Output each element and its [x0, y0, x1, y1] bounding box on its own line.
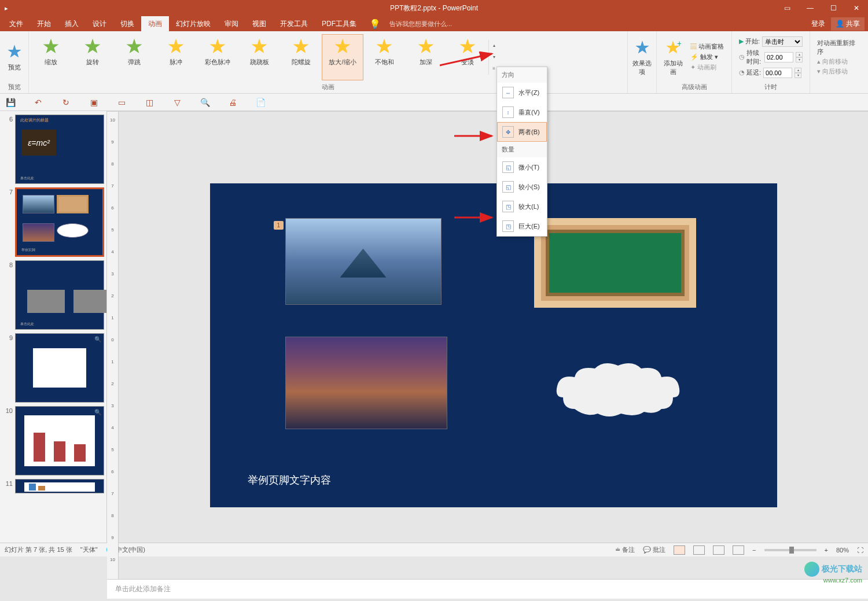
- ribbon: 预览 预览 缩放 旋转 弹跳 脉冲 彩色脉冲 跷跷板 陀螺旋 放大/缩小 不饱和…: [0, 31, 868, 94]
- window-controls: ▭ — ☐ ✕: [775, 0, 868, 16]
- tab-home[interactable]: 开始: [30, 16, 58, 31]
- anim-bounce[interactable]: 弹跳: [113, 34, 155, 80]
- minimize-icon[interactable]: —: [799, 0, 822, 16]
- qat-btn-9[interactable]: 🖨: [227, 97, 238, 108]
- group-label-advanced: 高级动画: [657, 83, 731, 93]
- tab-pdf[interactable]: PDF工具集: [315, 16, 363, 31]
- anim-spin2[interactable]: 陀螺旋: [280, 34, 322, 80]
- qat-btn-10[interactable]: 📄: [255, 97, 266, 108]
- window-title: PPT教程2.pptx - PowerPoint: [390, 3, 478, 13]
- watermark: 极光下载站 www.xz7.com: [804, 562, 862, 584]
- dropdown-section-amount: 数量: [497, 142, 547, 157]
- share-button[interactable]: 👤 共享: [831, 17, 865, 31]
- anim-growshrink[interactable]: 放大/缩小: [322, 34, 363, 80]
- slide-canvas[interactable]: 1 举例页脚文字内容: [210, 183, 777, 507]
- delay-input[interactable]: [763, 68, 792, 78]
- svg-line-1: [440, 54, 492, 65]
- slide-cloud-shape[interactable]: [551, 357, 685, 421]
- anim-pulse[interactable]: 脉冲: [155, 34, 197, 80]
- qat-btn-7[interactable]: ▽: [171, 97, 183, 108]
- anim-desat[interactable]: 不饱和: [363, 34, 405, 80]
- tab-view[interactable]: 视图: [245, 16, 273, 31]
- tab-insert[interactable]: 插入: [58, 16, 86, 31]
- close-icon[interactable]: ✕: [845, 0, 868, 16]
- effect-options-button[interactable]: 效果选项: [631, 34, 653, 80]
- anim-painter-button[interactable]: ✦ 动画刷: [690, 63, 724, 72]
- tellme-icon: 💡: [369, 19, 381, 30]
- save-icon[interactable]: 💾: [5, 97, 16, 108]
- undo-icon[interactable]: ↶: [32, 97, 44, 108]
- start-select[interactable]: 单击时: [762, 36, 803, 47]
- dropdown-tiny[interactable]: ◱微小(T): [497, 157, 547, 177]
- move-earlier-button[interactable]: ▴ 向前移动: [817, 57, 861, 66]
- dropdown-huge[interactable]: ◳巨大(E): [497, 216, 547, 236]
- duration-input[interactable]: [764, 52, 793, 62]
- tab-design[interactable]: 设计: [86, 16, 113, 31]
- titlebar: ▸ PPT教程2.pptx - PowerPoint ▭ — ☐ ✕: [0, 0, 868, 16]
- quick-access-toolbar: 💾 ↶ ↻ ▣ ▭ ◫ ▽ 🔍 🖨 📄: [0, 94, 868, 111]
- dropdown-larger[interactable]: ◳较大(L): [497, 197, 547, 216]
- annotation-arrow-1: [440, 51, 498, 68]
- thumb-7[interactable]: 7 举例页脚: [2, 187, 104, 257]
- maximize-icon[interactable]: ☐: [822, 0, 845, 16]
- tab-developer[interactable]: 开发工具: [273, 16, 315, 31]
- ruler-vertical: 10987654321012345678910: [107, 112, 119, 579]
- workspace: 6 此处调片的标题ε=mc²单击此处 7 举例页脚 8 单击此处 9 🔍: [0, 111, 868, 543]
- thumb-10[interactable]: 10 🔍: [2, 406, 104, 475]
- effect-options-dropdown: 方向 ↔水平(Z) ↕垂直(V) ✥两者(B) 数量 ◱微小(T) ◱较小(S)…: [496, 67, 547, 237]
- qat-btn-5[interactable]: ▭: [116, 97, 127, 108]
- thumb-6[interactable]: 6 此处调片的标题ε=mc²单击此处: [2, 115, 104, 184]
- slide-image-city[interactable]: [285, 337, 447, 429]
- login-button[interactable]: 登录: [811, 19, 825, 29]
- thumb-11[interactable]: 11: [2, 479, 104, 493]
- tab-transitions[interactable]: 切换: [113, 16, 141, 31]
- slide-image-mountain[interactable]: [285, 218, 442, 305]
- reorder-label: 对动画重新排序: [817, 39, 861, 56]
- share-icon: 👤: [836, 20, 844, 28]
- canvas[interactable]: 1 举例页脚文字内容: [119, 112, 868, 579]
- preview-button[interactable]: 预览: [3, 34, 25, 80]
- trigger-button[interactable]: ⚡ 触发 ▾: [690, 53, 724, 61]
- delay-spinner[interactable]: ▴▾: [795, 68, 801, 78]
- delay-icon: ◔: [739, 69, 745, 76]
- pane-icon: ▤: [690, 43, 697, 50]
- thumb-8[interactable]: 8 单击此处: [2, 260, 104, 330]
- tab-slideshow[interactable]: 幻灯片放映: [169, 16, 218, 31]
- qat-btn-6[interactable]: ◫: [144, 97, 155, 108]
- tab-review[interactable]: 审阅: [218, 16, 245, 31]
- tellme-input[interactable]: 告诉我您想要做什么...: [389, 20, 452, 28]
- add-animation-button[interactable]: + 添加动画: [660, 34, 686, 80]
- dropdown-both[interactable]: ✥两者(B): [497, 122, 547, 142]
- redo-icon[interactable]: ↻: [60, 97, 72, 108]
- dropdown-vertical[interactable]: ↕垂直(V): [497, 102, 547, 122]
- slide-image-chalkboard[interactable]: [534, 218, 696, 308]
- notes-pane[interactable]: 单击此处添加备注: [107, 579, 868, 599]
- anim-pane-button[interactable]: ▤ 动画窗格: [690, 42, 724, 51]
- move-later-button[interactable]: ▾ 向后移动: [817, 67, 861, 76]
- qat-btn-4[interactable]: ▣: [88, 97, 100, 108]
- annotation-arrow-2: [454, 130, 498, 142]
- anim-spin[interactable]: 旋转: [72, 34, 113, 80]
- thumb-9[interactable]: 9 🔍: [2, 333, 104, 403]
- anim-tag[interactable]: 1: [274, 221, 284, 230]
- painter-icon: ✦: [690, 64, 696, 71]
- qat-btn-8[interactable]: 🔍: [199, 97, 211, 108]
- group-label-timing: 计时: [732, 83, 810, 93]
- zoom-slider[interactable]: [764, 549, 816, 551]
- group-label-preview: 预览: [0, 83, 28, 93]
- ribbon-display-icon[interactable]: ▭: [775, 0, 799, 16]
- slide-counter[interactable]: 幻灯片 第 7 张, 共 15 张: [5, 545, 72, 554]
- anim-colorpulse[interactable]: 彩色脉冲: [197, 34, 238, 80]
- dropdown-smaller[interactable]: ◱较小(S): [497, 177, 547, 197]
- anim-teeter[interactable]: 跷跷板: [238, 34, 280, 80]
- duration-spinner[interactable]: ▴▾: [796, 52, 803, 62]
- tab-file[interactable]: 文件: [2, 16, 30, 31]
- tab-animations[interactable]: 动画: [141, 16, 169, 31]
- slide-footer-text[interactable]: 举例页脚文字内容: [248, 473, 331, 487]
- dropdown-horizontal[interactable]: ↔水平(Z): [497, 83, 547, 102]
- slide-panel[interactable]: 6 此处调片的标题ε=mc²单击此处 7 举例页脚 8 单击此处 9 🔍: [0, 111, 107, 543]
- annotation-arrow-3: [454, 212, 498, 223]
- trigger-icon: ⚡: [690, 53, 698, 60]
- theme-label: "天体": [80, 545, 98, 554]
- anim-zoom[interactable]: 缩放: [30, 34, 72, 80]
